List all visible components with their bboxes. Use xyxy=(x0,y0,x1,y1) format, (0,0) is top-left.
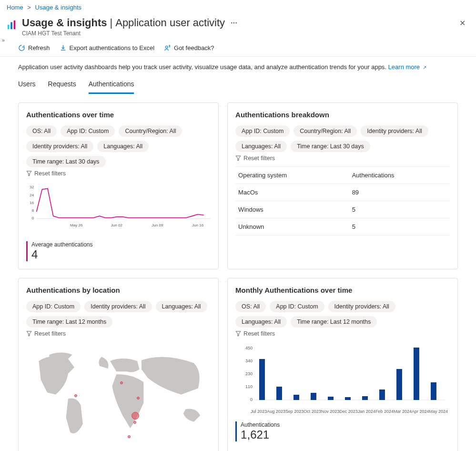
filter-pills: App ID: Custom Identity providers: All L… xyxy=(26,301,211,328)
filter-pill[interactable]: Languages: All xyxy=(235,141,287,152)
tabs: Users Requests Authentications xyxy=(0,75,476,94)
filter-pill[interactable]: Country/Region: All xyxy=(294,125,357,137)
card-title: Monthly Authentications over time xyxy=(235,286,450,294)
breadcrumb-current[interactable]: Usage & insights xyxy=(35,4,82,11)
reset-label: Reset filters xyxy=(243,155,275,162)
filter-pill[interactable]: App ID: Custom xyxy=(26,301,81,312)
filter-pill[interactable]: Languages: All xyxy=(235,316,287,328)
learn-more-link[interactable]: Learn more ↗ xyxy=(388,63,426,71)
map-marker[interactable] xyxy=(133,421,136,424)
svg-rect-29 xyxy=(414,348,419,400)
table-header[interactable]: Operating system xyxy=(235,167,349,184)
metric-box: Average authentications 4 xyxy=(26,241,211,261)
metric-value: 1,621 xyxy=(241,428,450,441)
help-body: Application user activity dashboards hel… xyxy=(18,63,386,71)
card-auth-over-time: Authentications over time OS: All App ID… xyxy=(18,102,219,269)
filter-pill[interactable]: OS: All xyxy=(235,301,266,312)
breadcrumb-home[interactable]: Home xyxy=(7,4,23,11)
external-link-icon: ↗ xyxy=(423,65,426,70)
refresh-button[interactable]: Refresh xyxy=(18,44,50,51)
svg-text:450: 450 xyxy=(245,346,253,350)
feedback-button[interactable]: Got feedback? xyxy=(164,44,214,51)
svg-rect-30 xyxy=(431,382,436,400)
filter-pills: App ID: Custom Country/Region: All Ident… xyxy=(235,125,450,152)
svg-rect-20 xyxy=(259,359,265,400)
funnel-icon xyxy=(235,331,241,337)
close-button[interactable]: ✕ xyxy=(456,17,469,30)
funnel-icon xyxy=(235,155,241,161)
table-row[interactable]: MacOs89 xyxy=(235,184,450,201)
filter-pill[interactable]: Country/Region: All xyxy=(119,125,182,137)
filter-pill[interactable]: Identity providers: All xyxy=(328,301,395,312)
svg-text:8: 8 xyxy=(32,208,34,213)
reset-filters-button[interactable]: Reset filters xyxy=(235,330,450,337)
map-marker[interactable] xyxy=(132,412,139,420)
table-row[interactable]: Windows5 xyxy=(235,201,450,218)
reset-filters-button[interactable]: Reset filters xyxy=(235,155,450,162)
world-map[interactable] xyxy=(26,342,211,451)
filter-pill[interactable]: Languages: All xyxy=(156,301,207,312)
svg-text:16: 16 xyxy=(30,201,34,205)
svg-text:32: 32 xyxy=(30,185,34,189)
title-sep: | xyxy=(110,17,112,29)
metric-label: Average authentications xyxy=(31,241,211,248)
filter-pill[interactable]: Time range: Last 12 months xyxy=(26,316,112,328)
card-title: Authentications by location xyxy=(26,286,211,294)
feedback-label: Got feedback? xyxy=(174,44,214,51)
filter-pill[interactable]: Identity providers: All xyxy=(361,125,428,137)
export-label: Export authentications to Excel xyxy=(70,44,155,51)
svg-rect-23 xyxy=(311,393,316,400)
card-title: Authentications breakdown xyxy=(235,111,450,119)
insights-icon xyxy=(7,20,17,30)
reset-label: Reset filters xyxy=(243,330,275,337)
filter-pill[interactable]: OS: All xyxy=(26,125,57,137)
title-main: Usage & insights xyxy=(22,17,107,29)
more-actions-button[interactable]: ⋯ xyxy=(231,19,238,27)
svg-text:24: 24 xyxy=(30,193,34,197)
card-monthly-auth: Monthly Authentications over time OS: Al… xyxy=(227,278,458,451)
reset-label: Reset filters xyxy=(34,170,66,177)
svg-rect-28 xyxy=(396,369,402,400)
card-title: Authentications over time xyxy=(26,111,211,119)
tab-users[interactable]: Users xyxy=(18,76,36,94)
refresh-icon xyxy=(18,44,25,51)
line-chart: 32 24 16 8 0 May 26 Jun 02 Jun 09 Jun 16 xyxy=(26,182,211,234)
filter-pills: OS: All App ID: Custom Country/Region: A… xyxy=(26,125,211,167)
title-sub: Application user activity xyxy=(115,17,225,29)
dashboard-grid: Authentications over time OS: All App ID… xyxy=(0,94,476,451)
filter-pill[interactable]: App ID: Custom xyxy=(61,125,115,137)
map-marker[interactable] xyxy=(128,435,131,438)
svg-text:May 26: May 26 xyxy=(70,223,83,227)
filter-pill[interactable]: Identity providers: All xyxy=(26,141,93,152)
table-row[interactable]: Unknown5 xyxy=(235,218,450,236)
reset-filters-button[interactable]: Reset filters xyxy=(26,170,211,177)
filter-pill[interactable]: Time range: Last 30 days xyxy=(26,156,106,167)
svg-rect-21 xyxy=(276,387,282,400)
tab-authentications[interactable]: Authentications xyxy=(89,76,134,94)
svg-text:0: 0 xyxy=(250,397,253,402)
svg-rect-25 xyxy=(345,397,351,400)
feedback-icon xyxy=(164,44,171,51)
breakdown-table: Operating system Authentications MacOs89… xyxy=(235,166,450,236)
filter-pill[interactable]: App ID: Custom xyxy=(270,301,324,312)
metric-value: 4 xyxy=(31,248,211,261)
reset-filters-button[interactable]: Reset filters xyxy=(26,330,211,337)
filter-pill[interactable]: Time range: Last 12 months xyxy=(291,316,377,328)
filter-pill[interactable]: Languages: All xyxy=(97,141,149,152)
funnel-icon xyxy=(26,171,32,176)
table-header[interactable]: Authentications xyxy=(349,167,450,184)
filter-pill[interactable]: Time range: Last 30 days xyxy=(291,141,370,152)
svg-rect-1 xyxy=(10,22,12,30)
svg-rect-22 xyxy=(294,395,299,400)
tenant-name: CIAM HGT Test Tenant xyxy=(22,30,456,37)
export-button[interactable]: Export authentications to Excel xyxy=(60,44,155,51)
tab-requests[interactable]: Requests xyxy=(48,76,76,94)
svg-rect-24 xyxy=(328,397,334,400)
expand-chevron-icon[interactable]: » xyxy=(2,37,5,43)
page-header: Usage & insights | Application user acti… xyxy=(0,15,476,41)
svg-text:Jun 09: Jun 09 xyxy=(152,223,163,227)
breadcrumb: Home > Usage & insights xyxy=(0,0,476,15)
reset-label: Reset filters xyxy=(34,330,66,337)
filter-pill[interactable]: Identity providers: All xyxy=(84,301,152,312)
filter-pill[interactable]: App ID: Custom xyxy=(235,125,290,137)
